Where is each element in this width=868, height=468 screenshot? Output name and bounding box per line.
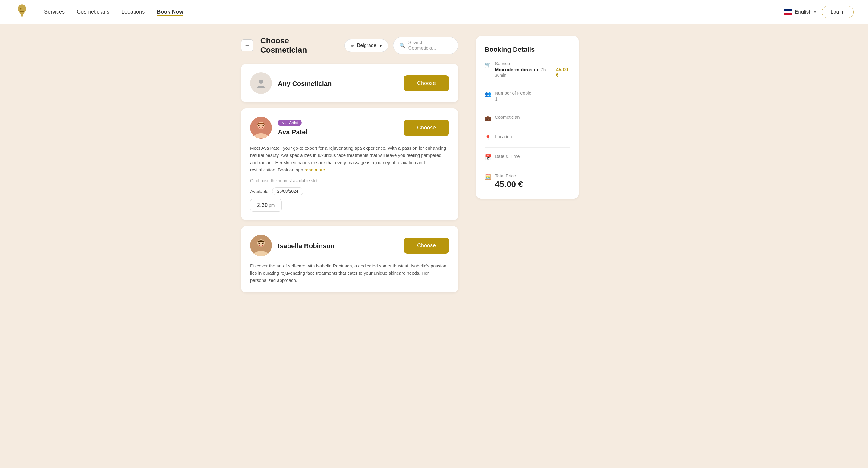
header-right: English ▾ Log In: [784, 6, 854, 19]
ava-description: Meet Ava Patel, your go-to expert for a …: [250, 144, 449, 173]
location-value: Belgrade: [357, 43, 376, 48]
booking-datetime-row: 📅 Date & Time: [485, 154, 570, 161]
booking-people-row: 👥 Number of People 1: [485, 90, 570, 102]
logo[interactable]: [14, 3, 30, 21]
main-content: ← Choose Cosmetician ● Belgrade ▾ 🔍 Sear…: [217, 24, 651, 310]
nearest-slots-label-ava: Or choose the nearest available slots: [250, 178, 449, 183]
header-filters-row: ← Choose Cosmetician ● Belgrade ▾ 🔍 Sear…: [241, 36, 458, 55]
cosmetician-name-any: Any Cosmetician: [278, 80, 332, 88]
role-badge-ava: Nail Artist: [278, 120, 302, 126]
people-label: Number of People: [495, 90, 531, 96]
search-box[interactable]: 🔍 Search Cosmeticia...: [393, 37, 458, 54]
nav-services[interactable]: Services: [44, 9, 65, 15]
filter-row: ● Belgrade ▾ 🔍 Search Cosmeticia...: [344, 37, 458, 54]
language-selector[interactable]: English ▾: [784, 9, 816, 15]
available-label-ava: Available: [250, 189, 269, 194]
globe-icon: ●: [351, 42, 354, 49]
isabella-description: Discover the art of self-care with Isabe…: [250, 262, 449, 284]
datetime-icon: 📅: [485, 154, 491, 161]
cosmetician-card-isabella: Isabella Robinson Choose Discover the ar…: [241, 226, 458, 293]
service-price: 45.00 €: [556, 67, 570, 78]
nav-book-now[interactable]: Book Now: [157, 9, 183, 15]
avatar-isabella: [250, 235, 272, 256]
main-header: Services Cosmeticians Locations Book Now…: [0, 0, 868, 24]
location-icon: 📍: [485, 135, 491, 141]
choose-button-ava[interactable]: Choose: [404, 120, 449, 136]
back-button[interactable]: ←: [241, 39, 253, 52]
booking-details-card: Booking Details 🛒 Service Microdermabras…: [476, 36, 579, 199]
time-slot-ava[interactable]: 2:30 pm: [250, 199, 282, 212]
booking-service-row: 🛒 Service Microdermabrasion 2h 30min 45.…: [485, 61, 570, 78]
datetime-label: Date & Time: [495, 154, 520, 159]
choose-button-isabella[interactable]: Choose: [404, 238, 449, 254]
people-count: 1: [495, 97, 531, 102]
people-icon: 👥: [485, 91, 491, 98]
location-label: Location: [495, 134, 512, 139]
svg-point-1: [259, 79, 263, 84]
main-nav: Services Cosmeticians Locations Book Now: [44, 9, 183, 15]
svg-point-0: [20, 8, 22, 9]
divider-4: [485, 147, 570, 147]
card-main-row-isabella: Isabella Robinson Choose: [250, 235, 449, 256]
right-panel: Booking Details 🛒 Service Microdermabras…: [476, 36, 579, 298]
card-main-row-ava: Nail Artist Ava Patel Choose: [250, 117, 449, 138]
card-left-any: Any Cosmetician: [250, 72, 332, 94]
card-main-row-any: Any Cosmetician Choose: [250, 72, 449, 94]
booking-cosmetician-row: 💼 Cosmetician: [485, 114, 570, 122]
service-details: Service Microdermabrasion 2h 30min 45.00…: [495, 61, 570, 78]
card-left-isabella: Isabella Robinson: [250, 235, 335, 256]
total-label: Total Price: [495, 173, 523, 178]
people-details: Number of People 1: [495, 90, 531, 102]
person-placeholder-icon: [255, 77, 267, 89]
cosmetician-name-ava: Ava Patel: [278, 128, 307, 136]
service-info: Microdermabrasion 2h 30min 45.00 €: [495, 67, 570, 78]
booking-location-row: 📍 Location: [485, 134, 570, 141]
page-title: Choose Cosmetician: [260, 36, 337, 55]
svg-point-9: [262, 243, 264, 244]
language-label: English: [795, 9, 812, 15]
ava-info: Nail Artist Ava Patel: [278, 120, 307, 136]
total-price: 45.00 €: [495, 179, 523, 189]
header-left: Services Cosmeticians Locations Book Now: [14, 3, 183, 21]
booking-total-row: 🧮 Total Price 45.00 €: [485, 173, 570, 189]
nav-cosmeticians[interactable]: Cosmeticians: [77, 9, 110, 15]
available-row-ava: Available 26/08/2024: [250, 187, 449, 195]
read-more-ava[interactable]: read more: [304, 167, 325, 172]
total-icon: 🧮: [485, 174, 491, 180]
avatar-any: [250, 72, 272, 94]
nav-locations[interactable]: Locations: [121, 9, 145, 15]
divider-3: [485, 128, 570, 128]
cosmetician-icon: 💼: [485, 115, 491, 122]
left-panel: ← Choose Cosmetician ● Belgrade ▾ 🔍 Sear…: [241, 36, 458, 298]
location-dropdown[interactable]: ● Belgrade ▾: [344, 39, 388, 52]
datetime-details: Date & Time: [495, 154, 520, 160]
login-button[interactable]: Log In: [822, 6, 854, 19]
divider-2: [485, 108, 570, 108]
cosmetician-card-any: Any Cosmetician Choose: [241, 64, 458, 102]
svg-point-4: [258, 125, 260, 127]
avatar-ava: [250, 117, 272, 138]
flag-icon: [784, 9, 792, 15]
card-left-ava: Nail Artist Ava Patel: [250, 117, 307, 138]
total-details: Total Price 45.00 €: [495, 173, 523, 189]
chevron-down-icon: ▾: [814, 10, 816, 14]
service-icon: 🛒: [485, 61, 491, 68]
booking-details-title: Booking Details: [485, 46, 570, 54]
cosmetician-card-ava: Nail Artist Ava Patel Choose Meet Ava Pa…: [241, 108, 458, 220]
service-label: Service: [495, 61, 570, 66]
svg-point-5: [262, 125, 264, 127]
location-details: Location: [495, 134, 512, 140]
dropdown-chevron-icon: ▾: [379, 43, 382, 48]
search-icon: 🔍: [399, 43, 405, 48]
ava-avatar-illustration: [250, 117, 272, 138]
service-name: Microdermabrasion: [495, 67, 539, 72]
choose-button-any[interactable]: Choose: [404, 75, 449, 91]
date-badge-ava: 26/08/2024: [272, 187, 304, 195]
cosmetician-label: Cosmetician: [495, 114, 520, 120]
cosmetician-name-isabella: Isabella Robinson: [278, 242, 335, 250]
svg-point-8: [258, 243, 260, 244]
cosmetician-details: Cosmetician: [495, 114, 520, 121]
search-placeholder: Search Cosmeticia...: [408, 40, 452, 51]
isabella-avatar-illustration: [250, 235, 272, 256]
